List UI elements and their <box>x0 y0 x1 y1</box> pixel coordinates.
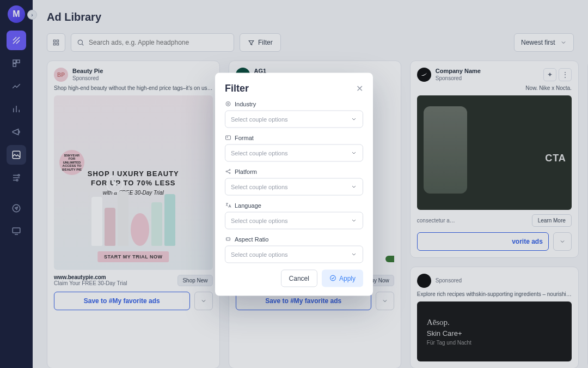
field-label: Platform <box>225 168 363 174</box>
format-select[interactable]: Select couple options <box>225 144 363 161</box>
share-icon <box>225 168 231 174</box>
industry-select[interactable]: Select couple options <box>225 110 363 128</box>
chevron-down-icon <box>351 183 357 190</box>
cancel-button[interactable]: Cancel <box>281 269 317 287</box>
svg-point-17 <box>226 171 227 172</box>
svg-point-14 <box>228 103 229 105</box>
chevron-down-icon <box>351 116 357 122</box>
platform-select[interactable]: Select couple options <box>225 178 363 195</box>
aspect-select[interactable]: Select couple options <box>225 245 363 263</box>
language-select[interactable]: Select couple options <box>225 212 363 229</box>
field-label: Industry <box>225 100 363 107</box>
chevron-down-icon <box>351 149 357 156</box>
modal-title: Filter <box>225 82 249 94</box>
close-button[interactable]: ✕ <box>356 83 363 93</box>
chevron-down-icon <box>351 217 357 224</box>
chevron-down-icon <box>351 251 357 257</box>
field-label: Aspect Ratio <box>225 236 363 242</box>
aspect-icon <box>225 236 231 242</box>
language-icon <box>225 202 231 208</box>
image-icon <box>225 134 231 141</box>
apply-button[interactable]: Apply <box>322 269 363 287</box>
field-label: Format <box>225 134 363 141</box>
svg-point-18 <box>229 169 230 170</box>
svg-point-19 <box>229 172 230 173</box>
svg-point-16 <box>227 136 228 137</box>
svg-rect-15 <box>226 136 231 140</box>
field-label: Language <box>225 202 363 208</box>
filter-modal: Filter ✕ Industry Select couple options … <box>215 73 373 295</box>
svg-point-13 <box>226 101 230 106</box>
target-icon <box>225 100 231 107</box>
svg-point-21 <box>330 275 336 281</box>
check-circle-icon <box>329 275 336 282</box>
